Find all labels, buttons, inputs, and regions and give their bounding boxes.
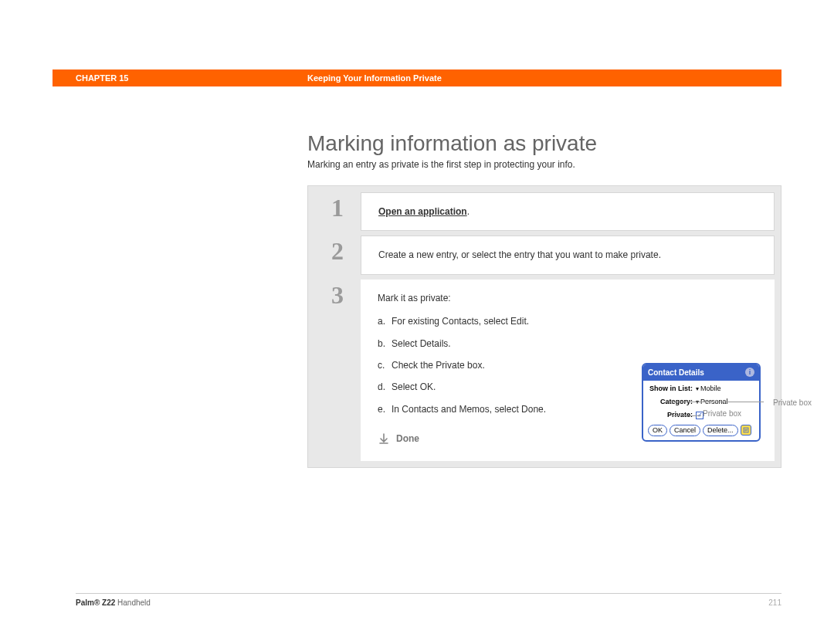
step-body: Create a new entry, or select the entry … [361,236,775,274]
chapter-number: CHAPTER 15 [53,73,307,83]
step-number-col: 2 [314,236,361,274]
info-icon: i [745,368,754,377]
step-number: 1 [331,195,344,231]
cancel-button: Cancel [670,425,700,436]
step-number-col: 1 [314,192,361,231]
show-in-list-row: Show in List: ▾Mobile [648,383,754,395]
step-3-intro: Mark it as private: [378,290,761,306]
done-label: Done [396,431,419,446]
dialog-title-bar: Contact Details i [643,364,759,381]
step-1: 1 Open an application. [314,192,775,231]
substep-text: In Contacts and Memos, select Done. [392,402,546,417]
substep-text: Select OK. [392,379,436,395]
chapter-title: Keeping Your Information Private [307,73,442,83]
dialog-buttons: OK Cancel Delete... [648,425,754,436]
step-3: 3 Mark it as private: a. For existing Co… [314,280,775,461]
step-2-text: Create a new entry, or select the entry … [378,249,661,260]
show-in-list-value: ▾Mobile [696,383,721,395]
footer-brand-bold: Palm® Z22 [76,598,115,607]
show-value: Mobile [700,383,721,395]
dropdown-icon: ▾ [696,384,699,395]
note-icon [741,425,751,436]
substep-letter: b. [378,336,392,351]
footer-brand: Palm® Z22 Handheld [76,598,151,607]
callout-line [671,402,764,402]
step-body: Open an application. [361,192,775,231]
show-in-list-label: Show in List: [648,383,696,395]
ok-button: OK [648,425,667,436]
step-number: 3 [331,283,344,461]
private-box-callout: Private box [703,409,741,418]
chapter-header: CHAPTER 15 Keeping Your Information Priv… [53,69,781,86]
callout-connector [672,415,701,416]
page-title: Marking information as private [307,131,597,156]
substep-b: b. Select Details. [378,336,761,351]
footer-brand-rest: Handheld [115,598,151,607]
step-1-suffix: . [467,206,470,217]
page-footer: Palm® Z22 Handheld 211 [76,593,781,607]
open-application-link[interactable]: Open an application [378,206,467,217]
step-2: 2 Create a new entry, or select the entr… [314,236,775,274]
dialog-title: Contact Details [648,366,704,379]
substep-letter: e. [378,402,392,417]
delete-button: Delete... [703,425,738,436]
substep-a: a. For existing Contacts, select Edit. [378,314,761,329]
substep-text: Check the Private box. [392,358,485,373]
substep-letter: a. [378,314,392,329]
substep-e: e. In Contacts and Memos, select Done. [378,402,563,417]
substep-letter: d. [378,379,392,395]
down-arrow-icon [378,432,390,445]
steps-container: 1 Open an application. 2 Create a new en… [307,185,781,468]
intro-text: Marking an entry as private is the first… [307,159,575,170]
page-number: 211 [768,598,781,607]
step-number-col: 3 [314,280,361,461]
dialog-body: Show in List: ▾Mobile Category: ▾Persona… [643,381,759,440]
step-number: 2 [331,239,344,274]
callout-label: Private box [773,396,812,409]
substep-text: Select Details. [392,336,451,351]
step-body: Mark it as private: a. For existing Cont… [361,280,775,461]
substep-text: For existing Contacts, select Edit. [392,314,529,329]
substep-letter: c. [378,358,392,373]
